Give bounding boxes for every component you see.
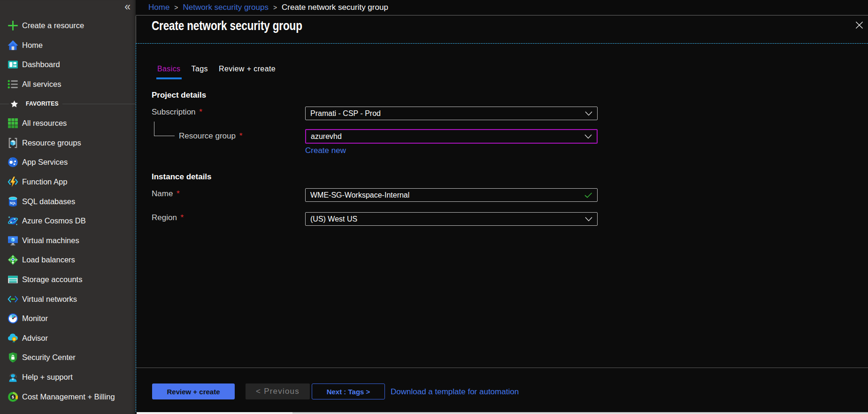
svg-text:SQL: SQL [10,201,16,205]
svg-text:$: $ [12,394,14,399]
